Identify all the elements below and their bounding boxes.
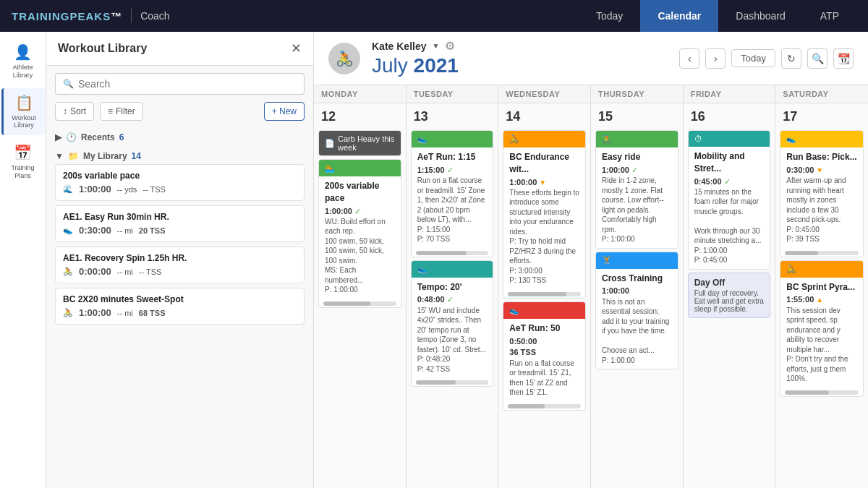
progress-bar (416, 251, 489, 255)
workout-card[interactable]: 🏊 200s variable pace 1:00:00 ✓ WU: Build… (318, 159, 401, 308)
bike-icon: 🚴 (63, 267, 73, 276)
today-button[interactable]: Today (731, 49, 775, 67)
chevron-right-icon: ▶ (55, 132, 61, 142)
training-icon: 📅 (14, 144, 32, 161)
main-layout: 👤 AthleteLibrary 📋 WorkoutLibrary 📅 Trai… (0, 32, 868, 488)
recents-section[interactable]: ▶ 🕐 Recents 6 (55, 127, 305, 145)
day-col-tuesday: 13 👟 AeT Run: 1:15 1:15:00 ✓ Run on a fl… (407, 103, 499, 488)
athlete-icon: 👤 (14, 43, 32, 61)
sidebar-item-workout-library[interactable]: 📋 WorkoutLibrary (1, 88, 45, 136)
days-row: 12 📄 Carb Heavy this week 🏊 200s variabl… (314, 103, 868, 488)
library-toolbar: ↕ Sort ≡ Filter + New (46, 102, 313, 127)
athlete-name-row: Kate Kelley ▼ ⚙ (372, 39, 459, 53)
day-num-16: 16 (684, 103, 775, 127)
library-workout-item[interactable]: AE1. Recovery Spin 1.25h HR. 🚴 0:00:00 -… (55, 247, 305, 283)
athlete-dropdown-icon[interactable]: ▼ (432, 42, 439, 50)
library-panel: Workout Library ✕ 🔍 ↕ Sort ≡ Filter + Ne… (46, 32, 314, 488)
day-header-sat: SATURDAY (775, 85, 868, 103)
day-num-15: 15 (591, 103, 683, 127)
doc-icon: 📄 (325, 139, 335, 148)
filter-icon: ≡ (108, 106, 113, 116)
grid-view-button[interactable]: 📆 (833, 48, 854, 69)
day-col-thursday: 15 🚴 Easy ride 1:00:00 ✓ Ride in 1-2 zon… (591, 103, 684, 488)
refresh-button[interactable]: ↻ (781, 48, 801, 69)
day-off-card: Day Off Full day of recovery. Eat well a… (688, 273, 771, 318)
chevron-down-icon: ▼ (55, 151, 64, 161)
left-sidebar: 👤 AthleteLibrary 📋 WorkoutLibrary 📅 Trai… (0, 32, 46, 488)
workout-card[interactable]: 👟 AeT Run: 50 0:50:00 36 TSS Run on a fl… (503, 301, 586, 411)
search-icon: 🔍 (63, 79, 74, 89)
workout-card[interactable]: 🚴 BC Sprint Pyra... 1:55:00 ▲ This sessi… (780, 260, 864, 397)
settings-icon[interactable]: ⚙ (445, 39, 455, 53)
bike-icon-2: 🚴 (63, 308, 73, 317)
sort-button[interactable]: ↕ Sort (55, 102, 94, 121)
calendar-area: 🚴 Kate Kelley ▼ ⚙ July 2021 ‹ › Today ↻ (314, 32, 868, 488)
search-input[interactable] (78, 78, 297, 90)
workout-card[interactable]: 👟 Run Base: Pick... 0:30:00 ▼ After warm… (780, 130, 864, 257)
top-nav: TRAININGPEAKS™ Coach Today Calendar Dash… (0, 0, 868, 32)
filter-button[interactable]: ≡ Filter (100, 102, 143, 121)
library-search-box[interactable]: 🔍 (55, 73, 305, 95)
nav-atp[interactable]: ATP (803, 0, 856, 32)
workout-card[interactable]: ⏱ Mobility and Stret... 0:45:00 ✓ 15 min… (688, 130, 771, 270)
nav-links: Today Calendar Dashboard ATP (579, 0, 856, 32)
timer-icon: ⏱ (694, 134, 702, 143)
sidebar-label-training: TrainingPlans (11, 164, 34, 180)
day-num-13: 13 (407, 103, 498, 127)
new-workout-button[interactable]: + New (264, 102, 305, 121)
sidebar-item-training-plans[interactable]: 📅 TrainingPlans (1, 138, 45, 186)
workout-card[interactable]: 📄 Carb Heavy this week (318, 130, 401, 156)
library-workout-item[interactable]: 200s variable pace 🌊 1:00:00 -- yds -- T… (55, 164, 305, 201)
day-col-friday: 16 ⏱ Mobility and Stret... 0:45:00 ✓ 15 … (684, 103, 776, 488)
library-content: ▶ 🕐 Recents 6 ▼ 📁 My Library 14 200s var… (46, 127, 313, 488)
bike-icon-2: 🚴 (602, 134, 612, 144)
nav-role: Coach (140, 10, 169, 22)
workout-card[interactable]: 🚴 Easy ride 1:00:00 ✓ Ride in 1-2 zone, … (595, 130, 678, 249)
workout-icon: 📋 (15, 94, 33, 111)
day-header-mon: MONDAY (314, 85, 407, 103)
day-headers: MONDAY TUESDAY WEDNESDAY THURSDAY FRIDAY… (314, 85, 868, 103)
athlete-avatar: 🚴 (328, 43, 360, 74)
my-library-section[interactable]: ▼ 📁 My Library 14 (55, 145, 305, 164)
next-month-button[interactable]: › (705, 48, 726, 69)
day-col-monday: 12 📄 Carb Heavy this week 🏊 200s variabl… (314, 103, 407, 488)
sidebar-label-workout: WorkoutLibrary (12, 114, 35, 130)
workout-card[interactable]: 🚴 BC Endurance wit... 1:00:00 ▼ These ef… (503, 130, 586, 299)
day-num-14: 14 (498, 103, 590, 127)
day-header-thu: THURSDAY (591, 85, 684, 103)
library-header: Workout Library ✕ (46, 32, 313, 66)
library-close-button[interactable]: ✕ (291, 40, 302, 56)
day-col-saturday: 17 👟 Run Base: Pick... 0:30:00 ▼ After w… (775, 103, 868, 488)
day-header-wed: WEDNESDAY (498, 85, 591, 103)
sidebar-label-athlete: AthleteLibrary (12, 64, 33, 80)
run-icon: 👟 (417, 134, 427, 144)
workout-card[interactable]: 🏋 Cross Training 1:00:00 This is not an … (595, 252, 678, 370)
day-num-17: 17 (775, 103, 868, 127)
day-col-wednesday: 14 🚴 BC Endurance wit... 1:00:00 ▼ These… (498, 103, 591, 488)
library-workout-item[interactable]: BC 2X20 minutes Sweet-Spot 🚴 1:00:00 -- … (55, 288, 305, 325)
calendar-nav: ‹ › Today ↻ 🔍 📆 (679, 48, 854, 69)
nav-dashboard[interactable]: Dashboard (718, 0, 803, 32)
prev-month-button[interactable]: ‹ (679, 48, 699, 69)
swim-icon: 🏊 (325, 163, 335, 173)
progress-bar (416, 380, 489, 385)
progress-bar (323, 301, 396, 306)
brand-logo: TRAININGPEAKS™ (12, 10, 122, 22)
sort-icon: ↕ (63, 106, 67, 116)
library-workout-item[interactable]: AE1. Easy Run 30min HR. 👟 0:30:00 -- mi … (55, 205, 305, 242)
day-header-fri: FRIDAY (684, 85, 776, 103)
search-cal-button[interactable]: 🔍 (807, 48, 827, 69)
progress-bar (508, 292, 581, 296)
nav-home[interactable]: Today (579, 0, 640, 32)
sidebar-item-athlete-library[interactable]: 👤 AthleteLibrary (1, 38, 45, 85)
day-header-tue: TUESDAY (407, 85, 499, 103)
progress-bar (508, 404, 581, 408)
workout-card[interactable]: 👟 AeT Run: 1:15 1:15:00 ✓ Run on a flat … (411, 130, 494, 257)
bike-icon-3: 🚴 (786, 265, 796, 274)
clock-icon: 🕐 (66, 132, 77, 142)
bike-icon: 🚴 (509, 134, 519, 144)
swim-icon: 🌊 (63, 184, 73, 194)
nav-calendar[interactable]: Calendar (640, 0, 718, 32)
workout-card[interactable]: 👟 Tempo: 20' 0:48:00 ✓ 15' WU and includ… (411, 260, 494, 388)
calendar-grid: MONDAY TUESDAY WEDNESDAY THURSDAY FRIDAY… (314, 85, 868, 488)
